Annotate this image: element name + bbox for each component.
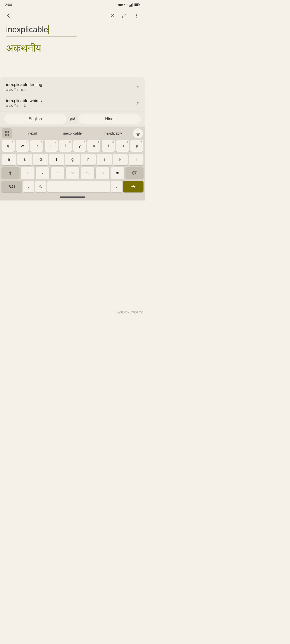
- svg-point-13: [136, 15, 137, 16]
- translated-text: अकथनीय: [6, 43, 139, 54]
- key-g[interactable]: g: [65, 154, 80, 165]
- keyboard-grid-button[interactable]: [2, 128, 12, 138]
- suggestion-divider-1: [93, 131, 93, 136]
- more-button[interactable]: [131, 10, 142, 21]
- edit-icon: [122, 13, 127, 18]
- mic-icon: [136, 131, 140, 136]
- suggestion-chip-2[interactable]: inexplicably: [94, 130, 132, 136]
- suggestion-text-1: inexplicable whims अकथनीय सनकें: [6, 98, 42, 108]
- text-cursor: [48, 25, 49, 34]
- suggestion-hi-0: अकथनीय भावना: [6, 88, 42, 92]
- key-b[interactable]: b: [81, 167, 94, 179]
- status-time: 2:04: [5, 3, 12, 7]
- svg-rect-4: [130, 5, 131, 7]
- key-y[interactable]: 6y: [73, 140, 86, 152]
- key-space[interactable]: [47, 181, 110, 192]
- key-row-3: z x c v b n m: [0, 166, 145, 180]
- svg-rect-2: [122, 4, 123, 6]
- key-c[interactable]: c: [51, 167, 64, 179]
- svg-rect-3: [129, 6, 130, 7]
- keyboard: inexpl inexplicable inexplicably 1q 2w 3…: [0, 127, 145, 200]
- key-shift[interactable]: [2, 167, 19, 179]
- key-w[interactable]: 2w: [16, 140, 29, 152]
- clear-icon: [110, 13, 115, 18]
- backspace-icon: [132, 171, 137, 175]
- source-word: inexplicable: [6, 25, 48, 34]
- svg-rect-6: [132, 3, 133, 7]
- key-o[interactable]: 9o: [116, 140, 129, 152]
- clear-button[interactable]: [107, 10, 118, 21]
- back-button[interactable]: [3, 10, 14, 21]
- key-enter[interactable]: [123, 181, 143, 192]
- svg-rect-17: [5, 134, 7, 136]
- source-text-container[interactable]: inexplicable: [6, 25, 139, 37]
- key-row-1: 1q 2w 3e 4r 5t 6y 7u 8i 9o 0p: [0, 139, 145, 153]
- battery-icon: [134, 3, 140, 6]
- suggestion-text-0: inexplicable feeling अकथनीय भावना: [6, 82, 42, 92]
- edit-button[interactable]: [119, 10, 130, 21]
- suggestion-item-0[interactable]: inexplicable feeling अकथनीय भावना ↗: [0, 79, 145, 95]
- target-lang-button[interactable]: Hindi: [79, 114, 141, 124]
- key-m[interactable]: m: [111, 167, 124, 179]
- more-icon: [134, 13, 139, 18]
- key-comma[interactable]: ,: [23, 181, 34, 192]
- svg-point-12: [136, 14, 137, 15]
- key-t[interactable]: 5t: [59, 140, 72, 152]
- suggestions-area: inexplicable feeling अकथनीय भावना ↗ inex…: [0, 77, 145, 127]
- key-e[interactable]: 3e: [30, 140, 43, 152]
- key-period[interactable]: .: [111, 181, 122, 192]
- suggestion-arrow-1: ↗: [135, 101, 139, 106]
- key-f[interactable]: f: [49, 154, 64, 165]
- suggestion-item-1[interactable]: inexplicable whims अकथनीय सनकें ↗: [0, 95, 145, 111]
- key-z[interactable]: z: [21, 167, 34, 179]
- toolbar: [0, 9, 145, 22]
- vibrate-icon: [118, 3, 123, 7]
- back-icon: [6, 13, 11, 18]
- key-h[interactable]: h: [81, 154, 96, 165]
- key-s[interactable]: s: [17, 154, 32, 165]
- svg-rect-15: [5, 131, 7, 133]
- translation-area: inexplicable अकथनीय: [0, 22, 145, 54]
- suggestion-chip-1[interactable]: inexplicable: [53, 130, 91, 136]
- status-bar: 2:04: [0, 0, 145, 9]
- key-i[interactable]: 8i: [102, 140, 115, 152]
- suggestion-divider-0: [52, 131, 52, 136]
- key-x[interactable]: x: [36, 167, 50, 179]
- key-v[interactable]: v: [66, 167, 80, 179]
- source-text: inexplicable: [6, 25, 139, 34]
- svg-point-14: [136, 17, 137, 18]
- suggestion-arrow-0: ↗: [135, 85, 139, 90]
- enter-icon: [131, 185, 136, 189]
- source-lang-button[interactable]: English: [4, 114, 66, 124]
- source-underline: [6, 36, 77, 36]
- lang-swap-button[interactable]: [66, 114, 79, 124]
- key-emoji[interactable]: ☺: [35, 181, 46, 192]
- wifi-icon: [124, 3, 128, 7]
- mic-button[interactable]: [133, 128, 143, 138]
- keyboard-suggestions-row: inexpl inexplicable inexplicably: [0, 128, 145, 139]
- nav-pill: [60, 196, 85, 198]
- svg-rect-16: [8, 131, 9, 133]
- key-r[interactable]: 4r: [45, 140, 58, 152]
- key-backspace[interactable]: [126, 167, 143, 179]
- shift-icon: [8, 171, 13, 176]
- svg-rect-0: [119, 4, 122, 6]
- nav-bar: [0, 193, 145, 200]
- suggestion-chip-0[interactable]: inexpl: [13, 130, 51, 136]
- key-row-2: a s d f g h j k l: [0, 153, 145, 166]
- swap-icon: [69, 116, 76, 122]
- status-icons: [118, 3, 140, 7]
- key-u[interactable]: 7u: [87, 140, 100, 152]
- key-q[interactable]: 1q: [2, 140, 15, 152]
- key-d[interactable]: d: [33, 154, 48, 165]
- key-k[interactable]: k: [113, 154, 128, 165]
- key-p[interactable]: 0p: [130, 140, 143, 152]
- grid-icon: [4, 131, 10, 136]
- lang-switch: English Hindi: [0, 111, 145, 127]
- key-j[interactable]: j: [97, 154, 112, 165]
- key-l[interactable]: l: [129, 154, 143, 165]
- key-n[interactable]: n: [96, 167, 110, 179]
- key-symbols[interactable]: ?123: [2, 181, 22, 192]
- svg-rect-18: [8, 134, 9, 136]
- key-a[interactable]: a: [2, 154, 16, 165]
